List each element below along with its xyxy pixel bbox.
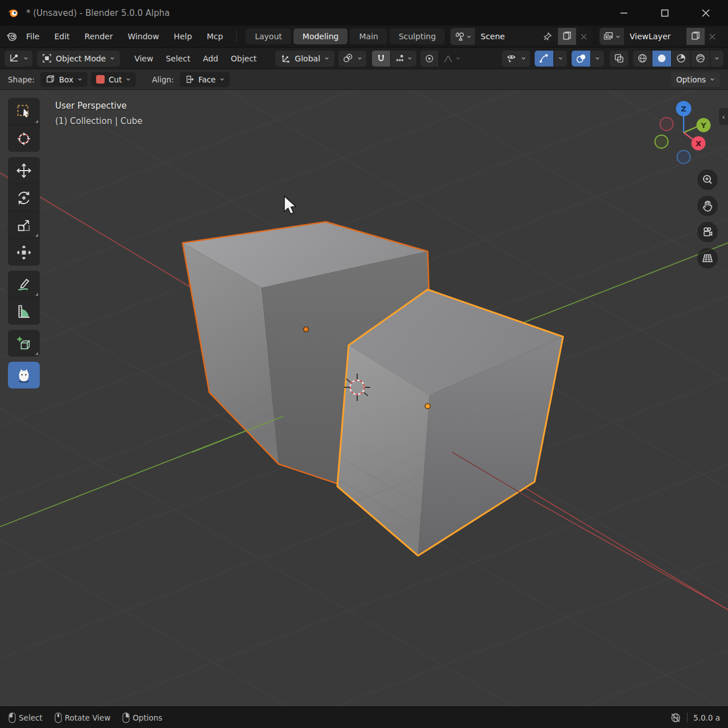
viewlayer-name: ViewLayer: [630, 32, 671, 41]
menu-mcp[interactable]: Mcp: [200, 29, 231, 44]
tool-cursor[interactable]: [8, 125, 40, 152]
tool-measure[interactable]: [8, 298, 40, 325]
align-dropdown[interactable]: Face: [180, 72, 230, 87]
proportional-edit-toggle[interactable]: [420, 51, 439, 67]
shape-dropdown[interactable]: Box: [40, 72, 88, 87]
pin-icon[interactable]: [543, 32, 552, 41]
gizmo-icon: [539, 53, 549, 64]
menu-view[interactable]: View: [128, 54, 159, 63]
menu-file[interactable]: File: [19, 29, 47, 44]
tool-rotate[interactable]: [8, 184, 40, 211]
close-icon: [709, 33, 716, 40]
menu-select[interactable]: Select: [159, 54, 196, 63]
blender-menu-icon[interactable]: [6, 30, 19, 43]
snap-toggle[interactable]: [372, 51, 390, 67]
zoom-button[interactable]: [697, 169, 718, 190]
menu-window[interactable]: Window: [120, 29, 166, 44]
copy-icon: [562, 31, 572, 42]
gizmo-axis-neg-z[interactable]: [677, 151, 690, 164]
tool-annotate[interactable]: [8, 271, 40, 297]
subtool-indicator: [35, 352, 38, 355]
orientation-label: Global: [295, 54, 320, 63]
transform-orientation-dropdown[interactable]: Global: [275, 51, 334, 67]
cursor-tool-icon: [16, 131, 32, 147]
perspective-toggle-button[interactable]: [697, 248, 718, 268]
pivot-point-dropdown[interactable]: [338, 51, 366, 67]
orientation-icon: [280, 53, 291, 64]
3d-viewport[interactable]: Z Y X User Perspective (1) Collection | …: [0, 90, 728, 706]
blender-window: * (Unsaved) - Blender 5.0.0 Alpha File E…: [0, 0, 728, 728]
chevron-down-icon: [23, 56, 28, 61]
tool-transform[interactable]: [8, 239, 40, 266]
statusbar-divider: [687, 713, 688, 722]
tool-options-dropdown[interactable]: Options: [671, 72, 720, 87]
show-overlays-toggle[interactable]: [572, 51, 590, 67]
tab-modeling[interactable]: Modeling: [293, 28, 348, 44]
menu-edit[interactable]: Edit: [47, 29, 77, 44]
camera-view-button[interactable]: [697, 222, 718, 242]
overlays-group: [572, 51, 604, 67]
new-viewlayer-button[interactable]: [686, 28, 705, 45]
menu-render[interactable]: Render: [77, 29, 121, 44]
tool-boxcutter-active[interactable]: [8, 362, 40, 388]
offline-icon: [670, 712, 681, 723]
minimize-button[interactable]: [617, 6, 631, 20]
shape-value: Box: [59, 75, 73, 84]
tab-sculpting[interactable]: Sculpting: [390, 28, 445, 44]
editor-type-dropdown[interactable]: [5, 51, 32, 67]
menu-object[interactable]: Object: [225, 54, 263, 63]
proportional-falloff-dropdown[interactable]: [439, 51, 465, 67]
tab-layout[interactable]: Layout: [246, 28, 291, 44]
visibility-dropdown[interactable]: [502, 51, 530, 67]
shading-settings-dropdown[interactable]: [710, 51, 723, 67]
viewlayer-name-field[interactable]: ViewLayer: [624, 28, 686, 45]
subtool-indicator: [35, 120, 38, 123]
chevron-down-icon: [77, 77, 82, 82]
scene-name-field[interactable]: Scene: [475, 28, 558, 45]
menu-add[interactable]: Add: [197, 54, 225, 63]
close-button[interactable]: [698, 6, 713, 20]
show-gizmo-toggle[interactable]: [535, 51, 553, 67]
version-label: 5.0.0 a: [693, 713, 720, 722]
overlays-settings-dropdown[interactable]: [591, 51, 604, 67]
hint-options-label: Options: [133, 713, 162, 722]
3d-scene[interactable]: Z Y X: [0, 90, 728, 706]
new-scene-button[interactable]: [558, 28, 576, 45]
tool-scale[interactable]: [8, 212, 40, 238]
tool-move[interactable]: [8, 157, 40, 184]
viewport-nav-buttons: [697, 169, 718, 268]
xray-toggle[interactable]: [610, 51, 628, 67]
viewlayer-type-dropdown[interactable]: [599, 28, 624, 45]
scene-type-dropdown[interactable]: [450, 28, 475, 45]
shading-material-button[interactable]: [672, 51, 690, 67]
chevron-down-icon: [110, 56, 115, 61]
menubar: File Edit Render Window Help Mcp Layout …: [0, 26, 728, 48]
mode-cut-dropdown[interactable]: Cut: [91, 72, 136, 87]
mode-dropdown[interactable]: Object Mode: [37, 51, 120, 67]
unlink-scene-button[interactable]: [576, 28, 592, 45]
sidebar-collapse-toggle[interactable]: ‹: [719, 108, 728, 125]
tool-add-cube[interactable]: [8, 330, 40, 357]
subtool-indicator: [35, 234, 38, 237]
shading-wireframe-button[interactable]: [633, 51, 652, 67]
tab-main[interactable]: Main: [350, 28, 387, 44]
origin-dot-large-cube: [304, 327, 309, 332]
shading-solid-button[interactable]: [652, 51, 671, 67]
hint-rotate-view: Rotate View: [54, 712, 111, 723]
gizmo-settings-dropdown[interactable]: [554, 51, 567, 67]
gizmo-y-label: Y: [700, 121, 706, 130]
copy-icon: [690, 31, 701, 42]
gizmo-axis-neg-x[interactable]: [660, 118, 673, 131]
shading-rendered-button[interactable]: [691, 51, 710, 67]
gizmo-axis-neg-y[interactable]: [655, 135, 668, 148]
face-align-icon: [185, 75, 195, 84]
remove-viewlayer-button[interactable]: [705, 28, 720, 45]
snap-settings-dropdown[interactable]: [391, 51, 416, 67]
object-mode-icon: [42, 53, 52, 63]
pan-button[interactable]: [697, 196, 718, 216]
maximize-button[interactable]: [657, 6, 672, 20]
window-title: * (Unsaved) - Blender 5.0.0 Alpha: [26, 8, 170, 18]
overlays-icon: [576, 53, 586, 64]
menu-help[interactable]: Help: [167, 29, 200, 44]
tool-select-box[interactable]: [8, 98, 40, 125]
